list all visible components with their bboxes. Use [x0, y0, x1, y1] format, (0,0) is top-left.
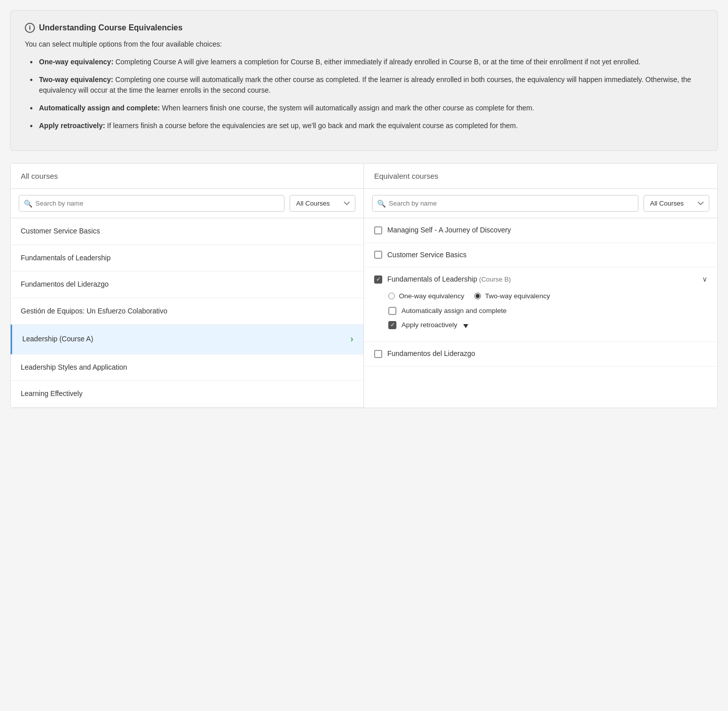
- left-course-name-2: Fundamentos del Liderazgo: [21, 280, 109, 290]
- left-course-item-6[interactable]: Learning Effectively: [11, 381, 363, 408]
- expand-chevron-2[interactable]: ∨: [702, 274, 707, 285]
- right-course-name-2-main: Fundamentals of Leadership: [387, 275, 477, 283]
- right-course-name-3: Fundamentos del Liderazgo: [387, 349, 475, 359]
- left-course-name-5: Leadership Styles and Application: [21, 363, 127, 373]
- info-panel: i Understanding Course Equivalencies You…: [10, 10, 718, 151]
- right-course-name-2-suffix: (Course B): [479, 275, 511, 283]
- left-course-item-2[interactable]: Fundamentos del Liderazgo: [11, 271, 363, 298]
- right-course-list: Managing Self - A Journey of Discovery C…: [364, 218, 717, 408]
- apply-retroactive-checkbox[interactable]: [388, 321, 396, 329]
- left-filter-select[interactable]: All Courses: [290, 195, 355, 212]
- right-filter-select[interactable]: All Courses: [643, 195, 709, 212]
- right-column-header: Equivalent courses: [364, 164, 717, 189]
- left-course-item-0[interactable]: Customer Service Basics: [11, 218, 363, 245]
- course-table-container: All courses Equivalent courses 🔍 All Cou…: [10, 163, 718, 408]
- right-course-item-2: Fundamentals of Leadership (Course B) ∨ …: [364, 267, 717, 342]
- info-list-item-2: Two-way equivalency: Completing one cour…: [30, 74, 703, 96]
- left-course-item-1[interactable]: Fundamentals of Leadership: [11, 245, 363, 272]
- info-desc-3: When learners finish one course, the sys…: [160, 104, 534, 112]
- right-search-wrap: 🔍: [372, 195, 638, 212]
- left-course-name-4: Leadership (Course A): [22, 334, 93, 344]
- left-course-name-3: Gestión de Equipos: Un Esfuerzo Colabora…: [21, 306, 168, 317]
- info-term-4: Apply retroactively:: [39, 122, 105, 130]
- info-title-text: Understanding Course Equivalencies: [39, 23, 183, 32]
- left-search-row: 🔍 All Courses: [11, 189, 364, 218]
- info-desc-1: Completing Course A will give learners a…: [113, 58, 640, 66]
- auto-assign-label: Automatically assign and complete: [401, 306, 507, 315]
- info-list: One-way equivalency: Completing Course A…: [25, 57, 703, 131]
- info-icon: i: [25, 23, 35, 33]
- right-course-checkbox-3[interactable]: [374, 350, 382, 358]
- left-course-list: Customer Service Basics Fundamentals of …: [11, 218, 364, 408]
- left-search-input[interactable]: [19, 195, 285, 212]
- auto-assign-checkbox[interactable]: [388, 307, 396, 315]
- two-way-label: Two-way equivalency: [485, 292, 550, 301]
- info-list-item-1: One-way equivalency: Completing Course A…: [30, 57, 703, 67]
- apply-retroactive-row[interactable]: Apply retroactively: [374, 321, 707, 330]
- info-intro: You can select multiple options from the…: [25, 39, 703, 50]
- info-desc-4: If learners finish a course before the e…: [105, 122, 518, 130]
- left-column-header: All courses: [11, 164, 364, 189]
- left-course-name-1: Fundamentals of Leadership: [21, 253, 110, 263]
- info-term-1: One-way equivalency:: [39, 58, 113, 66]
- selected-course-arrow: ›: [350, 333, 353, 345]
- left-course-item-5[interactable]: Leadership Styles and Application: [11, 354, 363, 381]
- one-way-option[interactable]: One-way equivalency: [388, 292, 464, 301]
- right-course-item-1[interactable]: Customer Service Basics: [364, 243, 717, 268]
- left-course-name-0: Customer Service Basics: [21, 226, 100, 236]
- right-search-input[interactable]: [372, 195, 638, 212]
- radio-group-2: One-way equivalency Two-way equivalency: [374, 292, 707, 301]
- left-course-item-4[interactable]: Leadership (Course A) ›: [11, 325, 363, 354]
- one-way-radio[interactable]: [388, 293, 395, 299]
- two-way-radio[interactable]: [474, 293, 481, 299]
- left-course-name-6: Learning Effectively: [21, 389, 83, 399]
- left-search-wrap: 🔍: [19, 195, 285, 212]
- right-search-row: 🔍 All Courses: [364, 189, 717, 218]
- course-table: All courses Equivalent courses 🔍 All Cou…: [11, 164, 717, 408]
- info-term-3: Automatically assign and complete:: [39, 104, 160, 112]
- right-course-name-1: Customer Service Basics: [387, 250, 466, 260]
- cursor-pointer: [463, 324, 468, 328]
- right-course-name-0: Managing Self - A Journey of Discovery: [387, 225, 511, 235]
- info-term-2: Two-way equivalency:: [39, 75, 113, 84]
- right-course-item-0[interactable]: Managing Self - A Journey of Discovery: [364, 218, 717, 243]
- left-course-item-3[interactable]: Gestión de Equipos: Un Esfuerzo Colabora…: [11, 298, 363, 325]
- right-course-checkbox-2[interactable]: [374, 275, 382, 284]
- right-course-item-3[interactable]: Fundamentos del Liderazgo: [364, 342, 717, 367]
- info-title: i Understanding Course Equivalencies: [25, 23, 703, 33]
- right-course-name-2: Fundamentals of Leadership (Course B): [387, 274, 511, 285]
- one-way-label: One-way equivalency: [399, 292, 464, 301]
- left-search-icon: 🔍: [24, 200, 32, 208]
- info-list-item-3: Automatically assign and complete: When …: [30, 103, 703, 113]
- right-course-checkbox-1[interactable]: [374, 251, 382, 259]
- info-list-item-4: Apply retroactively: If learners finish …: [30, 121, 703, 131]
- right-search-icon: 🔍: [377, 200, 386, 208]
- info-desc-2: Completing one course will automatically…: [39, 75, 691, 94]
- auto-assign-row[interactable]: Automatically assign and complete: [374, 306, 707, 315]
- two-way-option[interactable]: Two-way equivalency: [474, 292, 550, 301]
- right-course-checkbox-0[interactable]: [374, 226, 382, 234]
- apply-retroactive-label: Apply retroactively: [401, 321, 457, 330]
